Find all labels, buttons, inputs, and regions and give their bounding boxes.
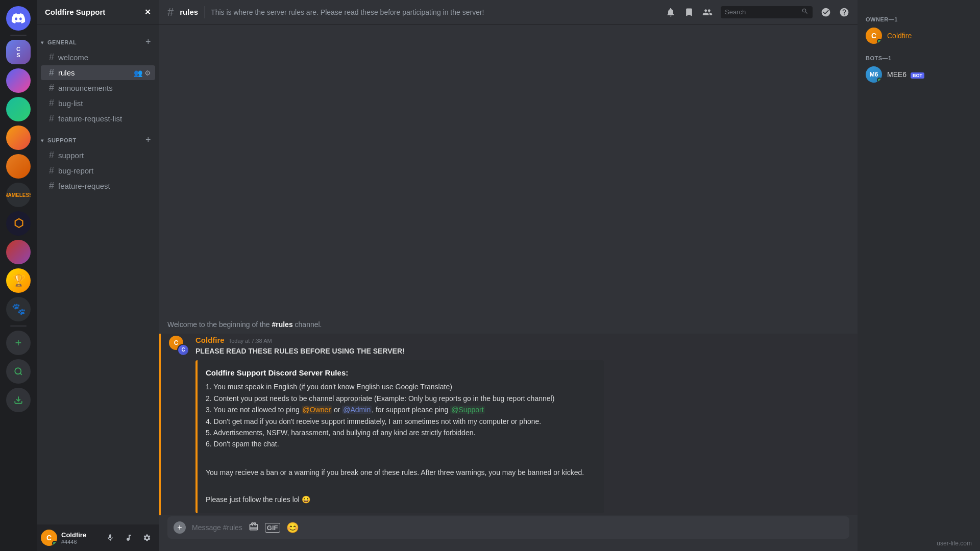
server-item-6: NAMELESS	[6, 183, 31, 207]
channel-welcome-label: welcome	[58, 53, 88, 62]
channel-welcome[interactable]: # welcome	[41, 50, 155, 65]
channel-announcements-label: announcements	[58, 84, 113, 92]
server-list: CS NAMELESS ⬡	[0, 0, 37, 551]
message-input-placeholder[interactable]: Message #rules	[192, 523, 242, 532]
member-avatar-coldfire: C	[866, 28, 882, 44]
category-arrow-general: ▾	[41, 40, 44, 45]
channel-feature-request-list[interactable]: # feature-request-list	[41, 111, 155, 126]
members-category-owner: OWNER—1	[862, 8, 976, 24]
message-input-box: + Message #rules GIF 😊	[167, 516, 849, 539]
category-general-label: GENERAL	[47, 39, 77, 45]
message-avatar-group: C C	[169, 336, 189, 356]
gif-icon[interactable]: GIF	[265, 523, 280, 533]
category-add-general[interactable]: +	[145, 37, 151, 47]
channel-announcements[interactable]: # announcements	[41, 81, 155, 95]
gift-icon[interactable]	[249, 521, 259, 534]
server-name: Coldfire Support	[45, 8, 105, 16]
channel-hash-icon: #	[49, 83, 54, 93]
watermark: user-life.com	[937, 540, 972, 547]
server-icon-7[interactable]: ⬡	[6, 211, 31, 236]
channel-hash-icon: #	[49, 67, 54, 78]
server-icon-2[interactable]	[6, 68, 31, 93]
search-bar[interactable]: Search	[721, 6, 813, 18]
member-avatar-mee6: M6	[866, 66, 882, 83]
server-item-5	[6, 154, 31, 179]
members-icon[interactable]	[702, 7, 713, 17]
mention-admin[interactable]: @Admin	[342, 406, 372, 414]
message-group: C C Coldfire Today at 7:38 AM PLEASE REA…	[159, 334, 857, 515]
rule-2: 2. Content you post needs to be channel …	[206, 393, 596, 404]
profile-icon[interactable]	[821, 7, 831, 17]
member-item-mee6[interactable]: M6 MEE6 BOT	[862, 63, 976, 86]
channel-bug-list-label: bug-list	[58, 99, 83, 108]
member-status-online	[877, 39, 882, 44]
svg-line-1	[20, 373, 21, 374]
add-server-button[interactable]: +	[6, 331, 31, 355]
help-icon[interactable]	[839, 7, 849, 17]
rule-3: 3. You are not allowed to ping @Owner or…	[206, 404, 596, 415]
user-tag: #4446	[61, 539, 98, 545]
channel-bug-report-label: bug-report	[58, 166, 93, 175]
emoji-icon[interactable]: 😊	[286, 521, 299, 534]
server-divider-2	[10, 325, 27, 327]
channel-hash-icon: #	[49, 113, 54, 124]
mention-owner[interactable]: @Owner	[302, 406, 332, 414]
pin-icon[interactable]	[684, 7, 694, 17]
server-icon-3[interactable]	[6, 97, 31, 121]
server-icon-5[interactable]	[6, 154, 31, 179]
bell-icon[interactable]	[666, 7, 676, 17]
rule-5: 5. Advertisements, NSFW, harassment, and…	[206, 427, 596, 438]
member-bot-status	[877, 78, 882, 83]
download-apps-button[interactable]	[6, 388, 31, 412]
message-author[interactable]: Coldfire	[195, 336, 225, 344]
mention-support[interactable]: @Support	[450, 406, 484, 414]
welcome-channel: #rules	[272, 320, 292, 329]
user-settings-button[interactable]	[139, 530, 155, 546]
welcome-message: Welcome to the beginning of the	[167, 320, 272, 329]
category-add-support[interactable]: +	[145, 135, 151, 145]
channel-header: # rules This is where the server rules a…	[159, 0, 857, 24]
server-item-9: 🏆	[6, 268, 31, 293]
category-general[interactable]: ▾ GENERAL +	[37, 29, 159, 49]
embed-title: Coldfire Support Discord Server Rules:	[206, 368, 596, 377]
channel-bug-report[interactable]: # bug-report	[41, 163, 155, 178]
attach-button[interactable]: +	[174, 521, 186, 534]
member-item-coldfire[interactable]: C Coldfire	[862, 24, 976, 47]
server-item-1: CS	[6, 40, 31, 64]
messages-area: Welcome to the beginning of the #rules c…	[159, 24, 857, 516]
server-icon-10[interactable]: 🐾	[6, 297, 31, 321]
message-timestamp: Today at 7:38 AM	[229, 338, 272, 344]
channel-hash-icon: #	[49, 181, 54, 191]
user-controls	[102, 530, 155, 546]
server-item-10: 🐾	[6, 297, 31, 321]
server-name-header[interactable]: Coldfire Support ✕	[37, 0, 159, 24]
channel-support[interactable]: # support	[41, 148, 155, 163]
category-support[interactable]: ▾ SUPPORT +	[37, 127, 159, 147]
search-placeholder: Search	[725, 8, 798, 16]
channel-header-name: rules	[180, 8, 198, 16]
user-avatar: C	[41, 530, 57, 546]
channel-feature-request[interactable]: # feature-request	[41, 179, 155, 193]
channel-bug-list[interactable]: # bug-list	[41, 96, 155, 111]
server-item-3	[6, 97, 31, 121]
server-icon-nameless[interactable]: NAMELESS	[6, 183, 31, 207]
discord-home-item	[6, 6, 31, 31]
server-divider	[10, 35, 27, 36]
discover-servers-button[interactable]	[6, 359, 31, 384]
channel-rules[interactable]: # rules 👥 ⚙	[41, 65, 155, 80]
settings-icon[interactable]: ⚙	[144, 69, 151, 77]
manage-members-icon[interactable]: 👥	[134, 69, 142, 77]
server-icon-4[interactable]	[6, 126, 31, 150]
deafen-button[interactable]	[120, 530, 137, 546]
server-icon-coldfire[interactable]: CS	[6, 40, 31, 64]
discord-home-button[interactable]	[6, 6, 31, 31]
category-support-label: SUPPORT	[47, 137, 77, 143]
members-sidebar: OWNER—1 C Coldfire BOTS—1 M6 MEE6 BOT	[857, 0, 980, 551]
member-name-mee6: MEE6 BOT	[887, 70, 924, 79]
category-arrow-support: ▾	[41, 138, 44, 143]
server-icon-8[interactable]	[6, 240, 31, 264]
server-icon-9[interactable]: 🏆	[6, 268, 31, 293]
mute-button[interactable]	[102, 530, 118, 546]
bot-badge: BOT	[911, 72, 924, 79]
input-icons: GIF 😊	[249, 521, 299, 534]
